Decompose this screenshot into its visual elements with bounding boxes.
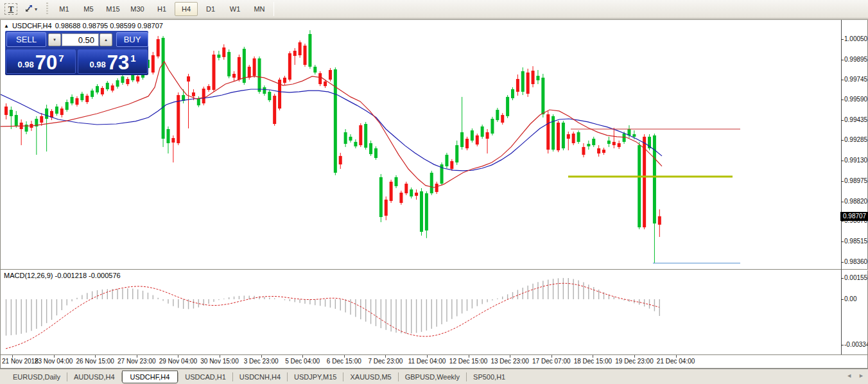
sell-price-main: 70 — [35, 54, 57, 72]
time-axis-label: 23 Nov 04:00 — [35, 358, 73, 365]
candle — [385, 196, 388, 220]
sell-price-pip: 7 — [58, 53, 64, 64]
chart-ohlc-values: 0.98688 0.98795 0.98599 0.98707 — [55, 22, 163, 30]
timeframe-button-mn[interactable]: MN — [248, 2, 271, 16]
buy-price-display[interactable]: 0.98 73 1 — [78, 49, 148, 74]
macd-chart-canvas[interactable] — [1, 270, 841, 354]
candle — [410, 188, 413, 198]
tab-usdchf-h4[interactable]: USDCHF,H4 — [122, 371, 178, 383]
candle — [171, 135, 175, 162]
candle — [283, 76, 286, 85]
price-axis-tick — [841, 140, 844, 141]
candle — [273, 94, 276, 126]
price-axis-tick — [841, 221, 844, 222]
candle — [638, 142, 641, 229]
price-axis-label: 0.98820 — [844, 198, 867, 205]
candle — [420, 188, 423, 236]
price-axis-label: 0.99130 — [844, 157, 867, 164]
chart-window[interactable]: ▲ USDCHF,H4 0.98688 0.98795 0.98599 0.98… — [0, 19, 868, 369]
candle — [506, 95, 509, 118]
candle — [85, 94, 89, 104]
candle — [390, 180, 393, 203]
candle — [136, 74, 139, 83]
candle — [258, 57, 261, 94]
time-axis-tick — [12, 355, 13, 358]
tab-scroll-right-icon[interactable]: ► — [858, 372, 864, 379]
timeframe-button-m30[interactable]: M30 — [126, 2, 149, 16]
candle — [177, 92, 180, 145]
candle — [455, 141, 458, 165]
candle — [526, 69, 530, 97]
tab-scroll-buttons: ◄ ► — [846, 372, 864, 379]
candle — [612, 128, 616, 148]
tab-usdjpy-m15[interactable]: USDJPY,M15 — [288, 371, 343, 383]
tab-xauusd-m5[interactable]: XAUUSD,M5 — [343, 371, 397, 383]
chart-title: ▲ USDCHF,H4 0.98688 0.98795 0.98599 0.98… — [4, 22, 163, 30]
volume-increase-button[interactable]: ▴ — [100, 33, 112, 46]
candle — [96, 84, 99, 94]
tab-sp500-h1[interactable]: SP500,H1 — [467, 371, 512, 383]
candle — [71, 94, 74, 105]
candle — [374, 146, 378, 160]
candle — [359, 123, 362, 147]
tab-eurusd-daily[interactable]: EURUSD,Daily — [6, 371, 67, 383]
chevron-down-icon: ▾ — [35, 6, 37, 12]
candle — [532, 66, 535, 87]
volume-input[interactable] — [62, 33, 99, 46]
candle — [562, 121, 565, 150]
time-axis-tick — [220, 355, 220, 358]
time-axis-label: 21 Nov 2018 — [2, 358, 39, 365]
tab-usdcad-h1[interactable]: USDCAD,H1 — [178, 371, 232, 383]
time-axis-label: 12 Dec 15:00 — [449, 358, 488, 365]
tab-scroll-left-icon[interactable]: ◄ — [846, 372, 852, 379]
time-axis-tick — [344, 355, 345, 358]
candle — [460, 97, 464, 150]
candle — [587, 141, 590, 150]
tab-audusd-h4[interactable]: AUDUSD,H4 — [67, 371, 121, 383]
time-axis-tick — [54, 355, 55, 358]
sell-button[interactable]: SELL — [6, 32, 46, 47]
time-axis-label: 6 Dec 15:00 — [327, 358, 361, 365]
timeframe-button-m1[interactable]: M1 — [53, 2, 76, 16]
candle — [334, 67, 337, 175]
candle — [10, 107, 13, 129]
candle — [263, 85, 266, 96]
timeframe-button-w1[interactable]: W1 — [223, 2, 247, 16]
timeframe-button-m15[interactable]: M15 — [101, 2, 125, 16]
macd-axis-label: 0.00 — [844, 295, 856, 302]
candle — [106, 81, 109, 91]
timeframe-button-d1[interactable]: D1 — [199, 2, 222, 16]
diagonal-arrows-icon — [24, 4, 33, 14]
sell-price-display[interactable]: 0.98 70 7 — [6, 49, 76, 74]
expand-triangle-icon: ▲ — [4, 23, 9, 29]
candle — [80, 92, 83, 102]
text-label-tool-button[interactable]: T — [3, 2, 19, 16]
price-axis-tick — [841, 60, 844, 60]
tab-usdcnh-h4[interactable]: USDCNH,H4 — [233, 371, 287, 383]
toolbar-grip-handle[interactable] — [45, 3, 49, 15]
buy-button[interactable]: BUY — [116, 32, 148, 47]
volume-decrease-button[interactable]: ▾ — [48, 33, 61, 46]
candle — [222, 44, 225, 60]
candle — [278, 78, 281, 110]
candle — [101, 86, 104, 96]
candle — [20, 119, 23, 145]
spinner-up-icon: ▴ — [105, 37, 107, 42]
time-axis-label: 19 Dec 23:00 — [615, 358, 654, 365]
candle — [536, 70, 539, 84]
candle — [238, 55, 241, 82]
price-axis-tick — [841, 241, 844, 242]
timeframe-button-h1[interactable]: H1 — [150, 2, 173, 16]
macd-axis-label: 0.001559 — [844, 274, 868, 281]
candle — [55, 104, 58, 116]
time-axis-tick — [178, 355, 178, 358]
buy-price-pip: 1 — [130, 53, 135, 64]
chart-symbol-period: USDCHF,H4 — [12, 22, 52, 30]
timeframe-button-h4[interactable]: H4 — [175, 2, 198, 16]
time-axis[interactable]: 21 Nov 201823 Nov 04:0026 Nov 15:0027 No… — [1, 355, 841, 368]
candle — [304, 44, 307, 67]
timeframe-button-m5[interactable]: M5 — [77, 2, 100, 16]
tab-gbpusd-weekly[interactable]: GBPUSD,Weekly — [399, 371, 466, 383]
price-axis-tick — [841, 120, 844, 121]
chart-style-tool-button[interactable]: ▾ — [20, 2, 42, 16]
